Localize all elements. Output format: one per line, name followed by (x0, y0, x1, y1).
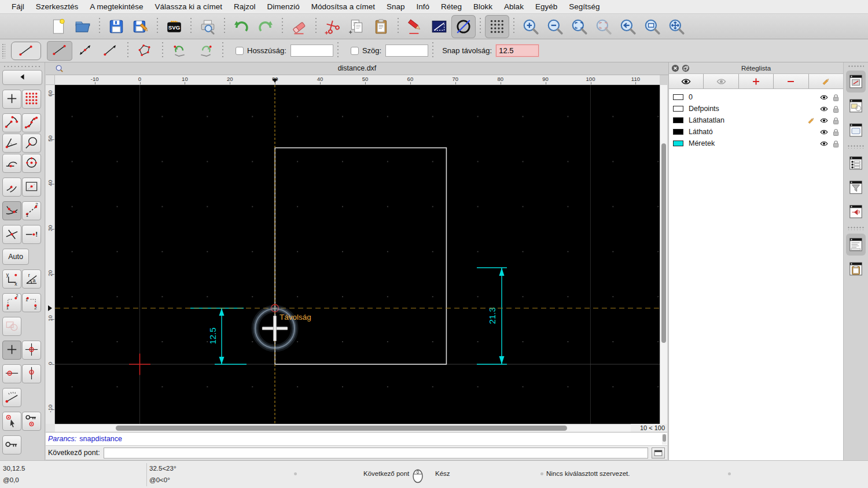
ortho-mode-button[interactable] (427, 15, 451, 38)
menu-item-snap[interactable]: Snap (381, 2, 411, 11)
edit-entity-button[interactable] (403, 15, 427, 38)
snap-on-circle-button[interactable] (22, 134, 41, 153)
dock-strip-handle[interactable] (848, 65, 864, 68)
vertical-scroll-thumb[interactable] (661, 143, 666, 343)
segment-undo-button[interactable] (167, 41, 193, 61)
snap-perpendicular-button[interactable] (2, 134, 21, 153)
menu-item-egyeb[interactable]: Egyéb (529, 2, 563, 11)
print-preview-button[interactable] (196, 15, 220, 38)
layer-lock-icon[interactable] (833, 117, 839, 124)
palette-drag-handle[interactable] (3, 65, 41, 68)
grid-toggle-button[interactable] (485, 15, 509, 38)
length-input[interactable] (290, 45, 333, 57)
layer-visibility-eye-icon[interactable] (819, 141, 829, 147)
tool-line-button[interactable] (47, 41, 72, 61)
collapse-palette-button[interactable] (2, 70, 42, 85)
command-history-scrollbar[interactable] (662, 434, 667, 445)
tool-line-ray-button[interactable] (98, 41, 123, 61)
horizontal-scroll-thumb[interactable] (116, 426, 567, 431)
show-all-layers-button[interactable] (669, 74, 704, 88)
add-layer-button[interactable] (739, 74, 774, 88)
zoom-out-button[interactable] (543, 15, 567, 38)
lock-relative-zero-button[interactable] (22, 412, 41, 431)
lock-zero-button[interactable] (2, 435, 21, 454)
tool-disabled-button[interactable] (2, 317, 21, 336)
copy-button[interactable] (345, 15, 369, 38)
snap-grid-button[interactable] (22, 90, 41, 109)
segment-redo-button[interactable] (193, 41, 218, 61)
menu-item-modositsa-a-cimet[interactable]: Módosítsa a címet (306, 2, 381, 11)
snap-intersection-auto-button[interactable] (2, 201, 21, 220)
remove-layer-button[interactable] (774, 74, 808, 88)
menu-item-szerkesztes[interactable]: Szerkesztés (30, 2, 84, 11)
dock-layer-list-button[interactable] (846, 71, 866, 93)
layer-row-lathato[interactable]: Látható (669, 126, 843, 138)
length-checkbox[interactable] (236, 47, 244, 55)
menu-item-valassza-ki-a-cimet[interactable]: Válassza ki a címet (149, 2, 228, 11)
layer-row-defpoints[interactable]: Defpoints (669, 103, 843, 114)
angle-gauge-button[interactable] (2, 388, 21, 407)
snap-restrict-button[interactable]: ! (22, 225, 41, 244)
menu-item-info[interactable]: Infó (411, 2, 436, 11)
paste-button[interactable] (369, 15, 393, 38)
horizontal-scrollbar[interactable] (55, 424, 631, 432)
dock-library-browser-button[interactable] (846, 119, 866, 141)
zoom-back-button[interactable] (616, 15, 640, 38)
hide-all-layers-button[interactable] (704, 74, 738, 88)
command-panel-button[interactable] (652, 448, 665, 459)
menu-item-segitseg[interactable]: Segítség (563, 2, 605, 11)
layer-row-meretek[interactable]: Méretek (669, 138, 843, 149)
zoom-auto-button[interactable] (567, 15, 591, 38)
panel-close-button[interactable] (671, 64, 679, 72)
snap-distance-button[interactable]: 12 (22, 201, 41, 220)
menu-item-ablak[interactable]: Ablak (498, 2, 529, 11)
coord-polar-button[interactable]: ra (22, 269, 41, 289)
snap-endpoint-button[interactable] (2, 113, 21, 132)
layer-visibility-eye-icon[interactable] (819, 94, 829, 101)
snap-intersection-manual-button[interactable] (2, 225, 21, 244)
snap-center-button[interactable] (22, 154, 41, 173)
draft-mode-button[interactable] (451, 15, 476, 38)
save-file-button[interactable] (104, 15, 128, 38)
edit-layer-button[interactable] (809, 74, 843, 88)
layer-lock-icon[interactable] (833, 105, 839, 113)
order-1-2-button[interactable]: 12 (2, 293, 21, 312)
snap-free-button[interactable] (2, 90, 21, 109)
pick-coordinate-button[interactable] (2, 412, 21, 431)
redo-button[interactable] (253, 15, 278, 38)
layer-edit-pencil-icon[interactable] (807, 117, 815, 124)
toolbar-drag-handle[interactable] (2, 43, 5, 58)
restrict-vertical-button[interactable] (22, 364, 41, 383)
menu-item-fajl[interactable]: Fájl (6, 2, 30, 11)
menu-item-dimenzio[interactable]: Dimenzió (261, 2, 305, 11)
new-file-button[interactable] (46, 15, 71, 38)
tool-line-angle-button[interactable] (72, 41, 98, 61)
tool-polygon-button[interactable] (133, 41, 158, 61)
panel-float-button[interactable] (682, 64, 690, 72)
dock-entity-list-button[interactable] (846, 152, 866, 174)
menu-item-rajzol[interactable]: Rajzol (228, 2, 262, 11)
menu-item-reteg[interactable]: Réteg (435, 2, 468, 11)
zoom-window-button[interactable] (640, 15, 664, 38)
coord-cartesian-button[interactable]: yx (2, 269, 21, 289)
snap-nearest-button[interactable] (2, 178, 21, 197)
snap-distance-input[interactable] (496, 45, 539, 57)
dock-notifications-button[interactable] (846, 201, 866, 223)
layer-row-0[interactable]: 0 (669, 91, 843, 103)
layer-row-lathatatlan[interactable]: Láthatatlan (669, 114, 843, 126)
snap-reference-button[interactable] (22, 178, 41, 197)
relative-zero-marker-button[interactable] (22, 341, 41, 360)
zoom-in-button[interactable] (518, 15, 543, 38)
open-file-button[interactable] (71, 15, 95, 38)
layer-lock-icon[interactable] (833, 94, 839, 101)
undo-button[interactable] (229, 15, 253, 38)
dock-command-history-button[interactable] (846, 234, 866, 256)
zoom-pan-button[interactable] (664, 15, 689, 38)
command-input[interactable] (104, 448, 648, 459)
cut-button[interactable] (321, 15, 345, 38)
order-2-1-button[interactable]: 12 (22, 293, 41, 312)
menu-item-a-megtekintese[interactable]: A megtekintése (84, 2, 149, 11)
vertical-scrollbar[interactable] (660, 85, 667, 424)
layer-visibility-eye-icon[interactable] (819, 106, 829, 112)
delete-entities-button[interactable] (287, 15, 311, 38)
